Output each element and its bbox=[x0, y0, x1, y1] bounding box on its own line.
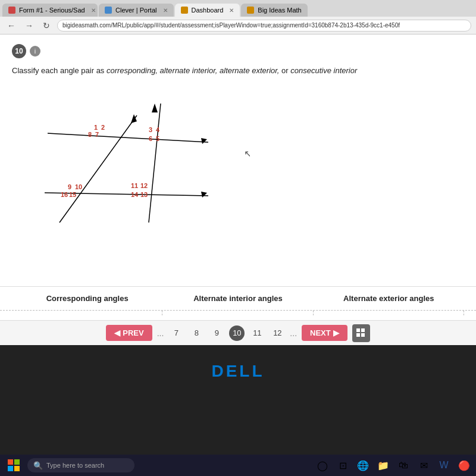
svg-marker-2 bbox=[152, 104, 158, 112]
tab-label-form: Form #1 - Serious/Sad bbox=[19, 7, 85, 14]
svg-rect-27 bbox=[356, 333, 360, 337]
tab-clever[interactable]: Clever | Portal ✕ bbox=[99, 4, 174, 17]
page-9[interactable]: 9 bbox=[209, 325, 224, 341]
question-number-area: 10 i bbox=[12, 44, 464, 58]
prev-arrow-icon: ◀ bbox=[114, 328, 120, 337]
tab-label-dashboard: Dashboard bbox=[192, 7, 224, 14]
tab-label-clever: Clever | Portal bbox=[115, 7, 157, 14]
tab-label-bigideas: Big Ideas Math bbox=[258, 7, 301, 14]
question-instruction: Classify each angle pair as correspondin… bbox=[12, 65, 464, 76]
tab-icon-dashboard bbox=[181, 7, 188, 14]
svg-text:7: 7 bbox=[95, 131, 99, 138]
svg-text:13: 13 bbox=[140, 191, 148, 198]
grid-icon[interactable] bbox=[352, 324, 370, 342]
url-text: bigideasmath.com/MRL/public/app/#/studen… bbox=[62, 22, 400, 29]
nav-dots-left: ... bbox=[157, 328, 164, 338]
svg-line-4 bbox=[48, 133, 208, 142]
svg-text:10: 10 bbox=[75, 183, 82, 190]
svg-text:15: 15 bbox=[69, 191, 76, 198]
svg-text:2: 2 bbox=[101, 124, 105, 131]
back-button[interactable]: ← bbox=[5, 20, 18, 32]
svg-marker-7 bbox=[201, 192, 207, 198]
svg-text:5: 5 bbox=[156, 135, 159, 142]
taskbar-chrome-icon[interactable]: 🔴 bbox=[457, 458, 471, 472]
tab-bar: Form #1 - Serious/Sad ✕ Clever | Portal … bbox=[0, 0, 476, 17]
svg-rect-26 bbox=[361, 328, 365, 332]
header-alternate-interior: Alternate interior angles bbox=[162, 292, 313, 305]
url-input[interactable]: bigideasmath.com/MRL/public/app/#/studen… bbox=[57, 20, 471, 32]
svg-text:11: 11 bbox=[131, 182, 138, 189]
header-corresponding: Corresponding angles bbox=[12, 292, 162, 305]
tab-form[interactable]: Form #1 - Serious/Sad ✕ bbox=[2, 4, 98, 17]
data-corresponding bbox=[12, 311, 162, 315]
svg-marker-5 bbox=[201, 138, 207, 144]
svg-text:12: 12 bbox=[140, 182, 148, 189]
svg-rect-25 bbox=[356, 328, 360, 332]
svg-rect-28 bbox=[361, 333, 365, 337]
tab-close-dashboard[interactable]: ✕ bbox=[229, 7, 234, 14]
geometry-diagram: 1 2 8 7 3 4 6 5 9 10 16 15 11 12 14 13 bbox=[24, 86, 250, 252]
refresh-button[interactable]: ↻ bbox=[40, 20, 52, 32]
page-12[interactable]: 12 bbox=[270, 325, 285, 341]
svg-text:6: 6 bbox=[149, 135, 152, 142]
tab-close-form[interactable]: ✕ bbox=[91, 7, 96, 14]
page-7[interactable]: 7 bbox=[168, 325, 184, 341]
svg-rect-32 bbox=[14, 466, 20, 471]
next-button[interactable]: NEXT ▶ bbox=[302, 325, 347, 341]
question-circle: 10 bbox=[12, 44, 26, 58]
next-label: NEXT bbox=[310, 328, 331, 337]
page-11[interactable]: 11 bbox=[249, 325, 265, 341]
navigation-bar: ◀ PREV ... 7 8 9 10 11 12 ... NEXT ▶ bbox=[0, 320, 476, 345]
svg-rect-30 bbox=[14, 459, 20, 465]
taskbar-cortana-icon[interactable]: ◯ bbox=[315, 458, 330, 472]
page-10-current[interactable]: 10 bbox=[229, 325, 245, 341]
svg-marker-3 bbox=[131, 114, 137, 123]
svg-text:↖: ↖ bbox=[244, 149, 250, 159]
browser-frame: Form #1 - Serious/Sad ✕ Clever | Portal … bbox=[0, 0, 476, 345]
taskbar-icons: ◯ ⊡ 🌐 📁 🛍 ✉ W 🔴 bbox=[315, 458, 471, 472]
taskbar: 🔍 Type here to search ◯ ⊡ 🌐 📁 🛍 ✉ W 🔴 bbox=[0, 455, 476, 476]
next-arrow-icon: ▶ bbox=[333, 328, 339, 337]
svg-text:3: 3 bbox=[149, 126, 152, 133]
address-bar: ← → ↻ bigideasmath.com/MRL/public/app/#/… bbox=[0, 17, 476, 35]
search-placeholder-text: Type here to search bbox=[46, 462, 104, 469]
taskbar-edge-icon[interactable]: 🌐 bbox=[356, 458, 370, 472]
content-area: 10 i Classify each angle pair as corresp… bbox=[0, 35, 476, 345]
tab-dashboard[interactable]: Dashboard ✕ bbox=[175, 4, 240, 17]
table-headers: Corresponding angles Alternate interior … bbox=[0, 286, 476, 315]
taskbar-folder-icon[interactable]: 📁 bbox=[376, 458, 390, 472]
dell-logo: DELL bbox=[211, 362, 264, 381]
svg-text:14: 14 bbox=[131, 191, 139, 198]
svg-text:1: 1 bbox=[94, 124, 98, 131]
taskbar-mail-icon[interactable]: ✉ bbox=[416, 458, 431, 472]
tab-close-clever[interactable]: ✕ bbox=[163, 7, 168, 14]
nav-dots-right: ... bbox=[290, 328, 297, 338]
forward-button[interactable]: → bbox=[23, 20, 36, 32]
svg-text:4: 4 bbox=[156, 126, 160, 133]
diagram-svg: 1 2 8 7 3 4 6 5 9 10 16 15 11 12 14 13 bbox=[24, 86, 250, 252]
svg-text:16: 16 bbox=[61, 191, 68, 198]
search-icon: 🔍 bbox=[33, 461, 43, 470]
taskbar-search-box[interactable]: 🔍 Type here to search bbox=[27, 458, 134, 472]
header-row: Corresponding angles Alternate interior … bbox=[0, 287, 476, 310]
taskbar-task-view-icon[interactable]: ⊡ bbox=[336, 458, 350, 472]
prev-button[interactable]: ◀ PREV bbox=[106, 325, 152, 341]
data-alternate-exterior bbox=[314, 311, 464, 315]
data-alternate-interior bbox=[162, 311, 313, 315]
taskbar-word-icon[interactable]: W bbox=[437, 458, 451, 472]
tab-icon-form bbox=[8, 7, 15, 14]
svg-text:8: 8 bbox=[88, 131, 92, 138]
page-8[interactable]: 8 bbox=[189, 325, 204, 341]
tab-icon-bigideas bbox=[247, 7, 254, 14]
svg-rect-31 bbox=[8, 466, 13, 471]
prev-label: PREV bbox=[123, 328, 143, 337]
svg-text:9: 9 bbox=[68, 183, 71, 190]
header-alternate-exterior: Alternate exterior angles bbox=[314, 292, 464, 305]
svg-line-1 bbox=[149, 104, 161, 223]
windows-start-button[interactable] bbox=[5, 456, 23, 474]
info-icon[interactable]: i bbox=[30, 46, 40, 57]
data-row bbox=[0, 310, 476, 315]
tab-bigideas[interactable]: Big Ideas Math bbox=[241, 4, 307, 17]
taskbar-store-icon[interactable]: 🛍 bbox=[396, 458, 411, 472]
svg-rect-29 bbox=[8, 459, 13, 465]
